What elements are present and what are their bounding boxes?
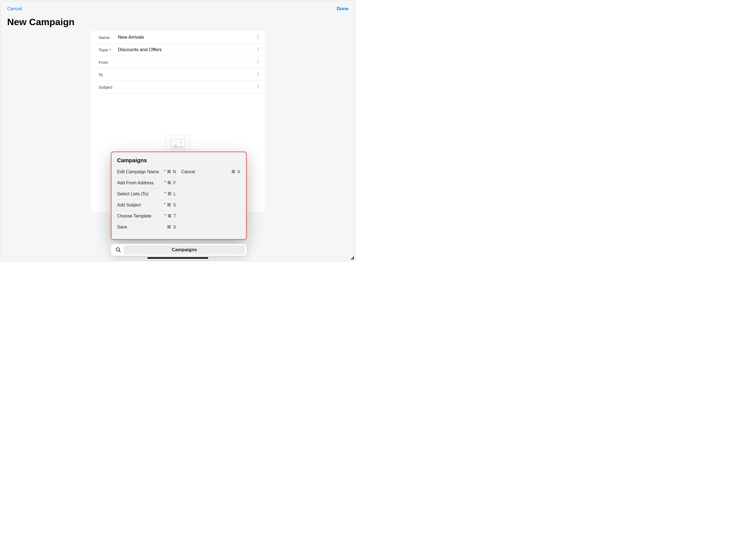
field-topic[interactable]: Topic Discounts and Offers — [95, 44, 265, 56]
svg-line-3 — [119, 251, 121, 252]
chevron-right-icon — [257, 84, 259, 90]
field-to-label: To — [99, 72, 115, 77]
field-from[interactable]: From — [95, 56, 265, 69]
page-title: New Campaign — [1, 11, 354, 31]
chevron-right-icon — [257, 35, 259, 40]
chevron-right-icon — [257, 47, 259, 53]
field-name[interactable]: Name New Arrivals — [95, 31, 265, 44]
cancel-button[interactable]: Cancel — [7, 6, 22, 11]
resize-corner-icon: ⌟ — [351, 251, 354, 260]
field-to[interactable]: To — [95, 69, 265, 81]
shortcut-label: Cancel — [181, 169, 195, 174]
shortcut-keys: ⌃⌘ T — [163, 213, 177, 218]
shortcut-label: Choose Template — [117, 214, 151, 218]
shortcut-choose-template[interactable]: Choose Template⌃⌘ T — [117, 211, 177, 222]
campaigns-tab[interactable]: Campaigns — [124, 245, 245, 254]
field-topic-label: Topic — [99, 47, 115, 52]
template-area: Choose Template — [91, 94, 265, 158]
shortcuts-title: Campaigns — [117, 157, 240, 164]
field-subject[interactable]: Subject — [95, 81, 265, 94]
shortcut-keys: ⌃⌘ L — [163, 191, 176, 197]
svg-point-1 — [180, 141, 182, 143]
shortcuts-col-left: Edit Campaign Name⌃⌘ N Add From Address⌃… — [117, 166, 177, 233]
shortcut-keys: ⌘ X — [231, 169, 240, 174]
shortcut-add-from[interactable]: Add From Address⌃⌘ F — [117, 177, 177, 188]
field-subject-label: Subject — [99, 85, 115, 90]
shortcuts-popover: Campaigns Edit Campaign Name⌃⌘ N Add Fro… — [111, 151, 247, 240]
shortcuts-col-right: Cancel⌘ X — [181, 166, 241, 233]
chevron-right-icon — [257, 72, 259, 77]
field-name-value: New Arrivals — [115, 35, 257, 40]
field-topic-value: Discounts and Offers — [115, 47, 257, 53]
shortcut-save[interactable]: Save⌘ S — [117, 222, 177, 233]
shortcut-select-lists[interactable]: Select Lists (To)⌃⌘ L — [117, 188, 177, 200]
shortcut-edit-name[interactable]: Edit Campaign Name⌃⌘ N — [117, 166, 177, 177]
home-indicator — [147, 257, 208, 259]
field-from-label: From — [99, 60, 115, 65]
shortcut-keys: ⌃⌘ N — [163, 169, 177, 174]
chevron-right-icon — [257, 60, 259, 65]
shortcut-label: Edit Campaign Name — [117, 169, 159, 174]
shortcut-add-subject[interactable]: Add Subject⌃⌘ S — [117, 200, 177, 211]
svg-point-2 — [116, 248, 120, 251]
field-name-label: Name — [99, 35, 115, 40]
shortcut-keys: ⌃⌘ S — [163, 202, 176, 208]
shortcut-keys: ⌃⌘ F — [163, 180, 176, 185]
shortcut-cancel[interactable]: Cancel⌘ X — [181, 166, 241, 177]
shortcut-label: Add Subject — [117, 203, 141, 208]
shortcut-label: Add From Address — [117, 180, 154, 185]
bottom-pill: Campaigns — [111, 244, 247, 256]
shortcut-label: Select Lists (To) — [117, 192, 149, 197]
done-button[interactable]: Done — [337, 6, 349, 11]
shortcut-keys: ⌘ S — [167, 224, 176, 230]
shortcut-label: Save — [117, 225, 127, 230]
search-icon[interactable] — [113, 247, 124, 252]
